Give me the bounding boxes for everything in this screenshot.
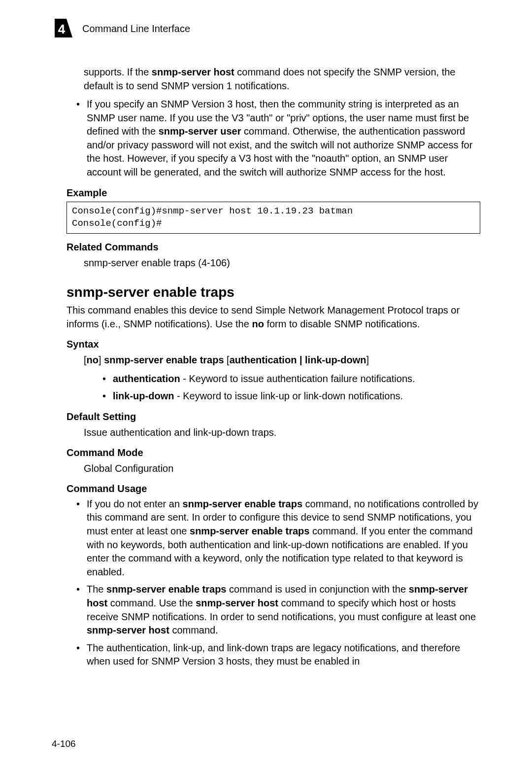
cmd-ref: snmp-server enable traps (183, 498, 302, 509)
cmd-ref: snmp-server host (196, 598, 278, 608)
syntax-line: [no] snmp-server enable traps [authentic… (84, 353, 480, 367)
text: The authentication, link-up, and link-do… (87, 642, 460, 667)
example-code-block: Console(config)#snmp-server host 10.1.19… (66, 202, 480, 234)
chapter-number: 4 (58, 22, 66, 36)
text: ] (99, 354, 104, 365)
command-usage-label: Command Usage (66, 483, 480, 494)
usage-bullet: The authentication, link-up, and link-do… (75, 641, 480, 668)
command-mode-label: Command Mode (66, 447, 480, 458)
cmd-ref: snmp-server enable traps (104, 354, 224, 365)
text: - Keyword to issue authentication failur… (180, 373, 415, 384)
text: If you do not enter an (87, 498, 183, 509)
text: command is used in conjunction with the (226, 584, 408, 595)
text: ] (366, 354, 369, 365)
text: command. (169, 625, 218, 635)
syntax-option: link-up-down - Keyword to issue link-up … (101, 389, 480, 403)
intro-bullet: If you specify an SNMP Version 3 host, t… (75, 98, 480, 179)
text: - Keyword to issue link-up or link-down … (174, 390, 403, 401)
text: The (87, 584, 106, 595)
header-title: Command Line Interface (82, 23, 190, 35)
default-setting-text: Issue authentication and link-up-down tr… (84, 425, 480, 439)
page-header: 4 Command Line Interface (52, 17, 480, 40)
chapter-number-icon: 4 (52, 17, 75, 40)
cmd-ref: snmp-server host (87, 625, 169, 635)
related-command-text: snmp-server enable traps (4-106) (84, 256, 480, 270)
syntax-label: Syntax (66, 339, 480, 350)
keyword: authentication (113, 373, 180, 384)
continuation-paragraph: supports. If the snmp-server host comman… (84, 65, 480, 93)
text: form to disable SNMP notifications. (264, 318, 420, 329)
keyword: link-up-down (113, 390, 174, 401)
keyword: authentication | link-up-down (230, 354, 366, 365)
related-commands-label: Related Commands (66, 242, 480, 253)
page-number: 4-106 (52, 739, 76, 749)
cmd-ref: snmp-server enable traps (106, 584, 226, 595)
command-title: snmp-server enable traps (66, 284, 480, 300)
cmd-ref: snmp-server host (152, 67, 234, 77)
usage-bullet: The snmp-server enable traps command is … (75, 583, 480, 637)
text: [ (224, 354, 230, 365)
text: command. Use the (107, 598, 196, 608)
keyword: no (252, 318, 264, 329)
keyword: no (87, 354, 99, 365)
command-description: This command enables this device to send… (66, 303, 480, 331)
example-label: Example (66, 187, 480, 199)
syntax-option: authentication - Keyword to issue authen… (101, 372, 480, 386)
text: supports. If the (84, 67, 152, 77)
cmd-ref: snmp-server enable traps (190, 526, 309, 536)
command-mode-text: Global Configuration (84, 461, 480, 475)
default-setting-label: Default Setting (66, 411, 480, 422)
cmd-ref: snmp-server user (159, 126, 241, 137)
usage-bullet: If you do not enter an snmp-server enabl… (75, 497, 480, 579)
